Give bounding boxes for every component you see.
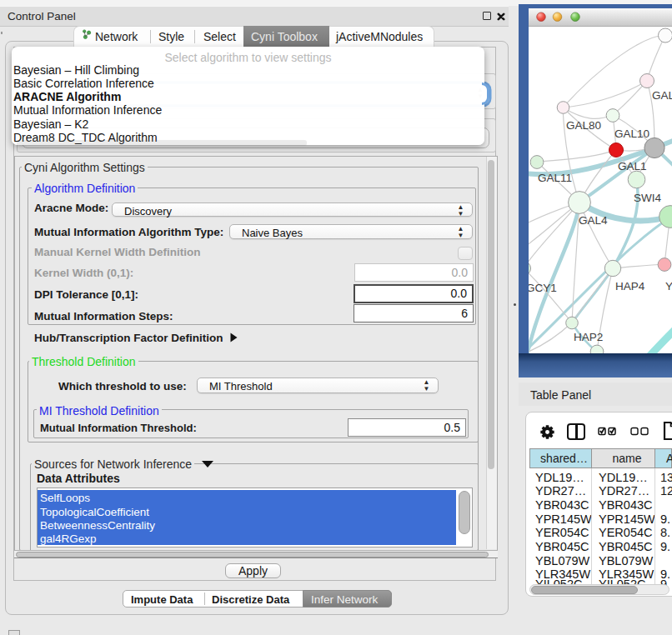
svg-text:GAL80: GAL80 — [566, 119, 601, 132]
svg-text:GAL4: GAL4 — [579, 214, 608, 227]
svg-text:GAL1: GAL1 — [618, 160, 647, 172]
svg-text:GAL11: GAL11 — [538, 172, 572, 184]
svg-text:Y: Y — [665, 280, 672, 292]
svg-text:GAL10: GAL10 — [614, 128, 649, 140]
svg-text:SWI4: SWI4 — [634, 192, 661, 204]
svg-text:GCY1: GCY1 — [526, 282, 557, 294]
svg-text:HAP2: HAP2 — [574, 331, 603, 343]
svg-text:HAP4: HAP4 — [615, 280, 645, 292]
svg-text:GAL7: GAL7 — [652, 89, 672, 102]
